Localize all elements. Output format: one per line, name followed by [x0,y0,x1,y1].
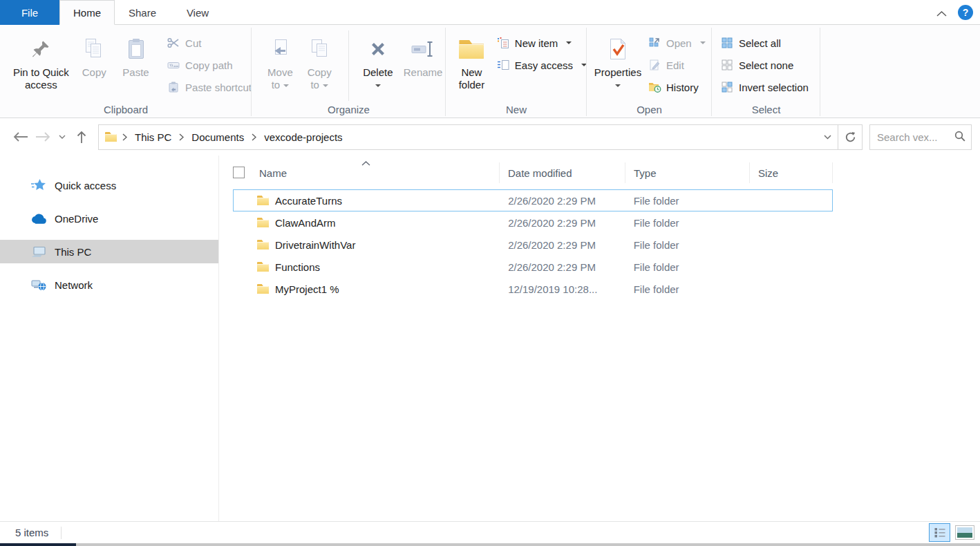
help-button[interactable]: ? [958,5,973,20]
cut-icon [167,37,180,48]
breadcrumb-documents[interactable]: Documents [185,125,250,149]
delete-button[interactable]: Delete [360,30,397,91]
file-name: MyProject1 % [275,283,339,295]
folder-icon [257,284,269,294]
select-none-button[interactable]: Select none [720,54,809,76]
column-header-type[interactable]: Type [625,162,750,183]
file-row-drivetrainwithvar[interactable]: DrivetrainWithVar 2/26/2020 2:29 PM File… [233,234,833,256]
sidebar-item-this-pc[interactable]: This PC [0,240,218,263]
new-item-button[interactable]: New item [496,32,587,54]
divider [348,30,349,101]
group-label-open: Open [587,104,712,115]
search-input[interactable] [877,131,954,143]
this-pc-icon [30,245,47,258]
forward-button[interactable] [32,126,54,148]
group-label-new: New [446,104,587,115]
file-type: File folder [625,195,750,207]
properties-button[interactable]: Properties [596,30,639,91]
copy-icon [84,32,104,66]
easy-access-button[interactable]: Easy access [496,54,587,76]
copy-button[interactable]: Copy [77,30,112,79]
pin-to-quick-access-button[interactable]: Pin to Quick access [11,30,71,91]
details-view-button[interactable] [929,523,950,542]
breadcrumb-vexcode-projects[interactable]: vexcode-projects [258,125,348,149]
paste-icon [126,32,146,66]
rename-icon [411,32,435,66]
sidebar-item-quick-access[interactable]: Quick access [0,173,218,197]
quick-access-icon [30,178,47,192]
cut-button[interactable]: Cut [167,32,252,54]
address-dropdown-chevron[interactable] [817,125,838,149]
new-folder-icon [459,32,484,66]
copy-to-button[interactable]: Copy to [302,30,337,91]
breadcrumb-chevron-icon[interactable] [121,133,129,141]
paste-shortcut-button[interactable]: Paste shortcut [167,76,252,98]
ribbon: Pin to Quick access Copy [0,25,980,118]
copy-path-icon [167,60,180,70]
network-icon [30,279,47,291]
breadcrumb-chevron-icon[interactable] [250,133,258,141]
dropdown-caret [615,84,621,87]
navigation-bar: This PC Documents vexcode-projects [0,118,980,156]
file-date: 2/26/2020 2:29 PM [500,239,625,251]
group-label-organize: Organize [252,104,446,115]
column-header-size[interactable]: Size [750,162,833,183]
tab-share[interactable]: Share [115,0,170,25]
select-none-icon [720,59,734,70]
breadcrumb-this-pc[interactable]: This PC [129,125,178,149]
recent-locations-chevron[interactable] [54,126,70,148]
open-button[interactable]: Open [648,32,706,54]
rename-button[interactable]: Rename [400,30,446,79]
file-date: 2/26/2020 2:29 PM [500,217,625,229]
new-folder-button[interactable]: New folder [454,30,489,91]
copy-path-button[interactable]: Copy path [167,54,252,76]
back-button[interactable] [10,126,32,148]
edit-button[interactable]: Edit [648,54,706,76]
file-row-functions[interactable]: Functions 2/26/2020 2:29 PM File folder [233,256,833,278]
sidebar-item-network[interactable]: Network [0,273,218,296]
up-button[interactable] [70,126,93,148]
file-type: File folder [625,261,750,273]
column-header-date-modified[interactable]: Date modified [500,162,625,183]
dropdown-caret [283,84,289,87]
dropdown-caret [566,41,572,44]
address-bar[interactable]: This PC Documents vexcode-projects [98,124,863,150]
file-row-accurateturns[interactable]: AccurateTurns 2/26/2020 2:29 PM File fol… [233,189,833,211]
folder-icon [257,218,269,227]
file-date: 12/19/2019 10:28... [500,283,625,295]
breadcrumb-chevron-icon[interactable] [178,133,185,141]
tab-file[interactable]: File [0,0,59,25]
select-all-button[interactable]: Select all [720,32,809,54]
sidebar-item-onedrive[interactable]: OneDrive [0,207,218,230]
column-header-name[interactable]: Name [233,162,500,183]
search-icon[interactable] [954,131,965,144]
paste-button[interactable]: Paste [117,30,154,79]
view-toggles [929,523,974,542]
file-type: File folder [625,283,750,295]
file-type: File folder [625,239,750,251]
open-icon [648,37,661,48]
tab-view[interactable]: View [170,0,225,25]
history-button[interactable]: History [648,76,706,98]
status-bar: 5 items [0,521,980,543]
dropdown-caret [700,41,706,44]
tab-home[interactable]: Home [59,0,115,25]
item-count: 5 items [15,527,48,538]
properties-icon [609,32,627,66]
thumbnail-picture-icon [957,527,972,538]
thumbnail-view-button[interactable] [955,525,974,540]
file-date: 2/26/2020 2:29 PM [500,195,625,207]
minimize-ribbon-icon[interactable] [936,7,947,19]
navigation-pane: Quick access OneDrive This PC Network [0,156,219,521]
file-row-myproject1[interactable]: MyProject1 % 12/19/2019 10:28... File fo… [233,278,833,300]
dropdown-caret [581,64,587,66]
invert-selection-button[interactable]: Invert selection [720,76,809,98]
file-row-clawandarm[interactable]: ClawAndArm 2/26/2020 2:29 PM File folder [233,211,833,234]
edit-icon [648,59,661,70]
file-rows: AccurateTurns 2/26/2020 2:29 PM File fol… [233,189,980,300]
refresh-button[interactable] [838,125,862,149]
select-all-checkbox[interactable] [233,167,245,178]
move-to-button[interactable]: Move to [263,30,298,91]
group-label-clipboard: Clipboard [0,104,252,115]
address-folder-icon [99,125,121,149]
